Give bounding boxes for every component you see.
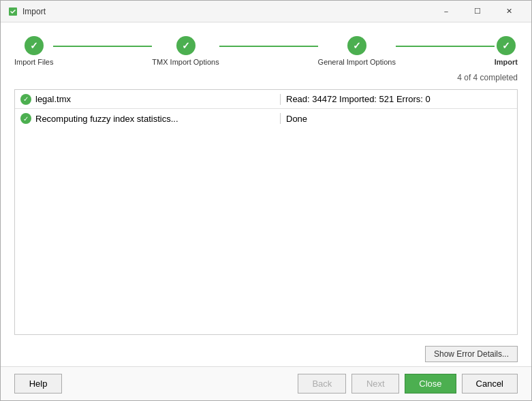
file-status-cell-2: Done (281, 114, 517, 124)
show-error-details-button[interactable]: Show Error Details... (425, 346, 518, 362)
success-icon-2: ✓ (20, 113, 31, 124)
window-icon (7, 6, 18, 17)
window-close-button[interactable]: ✕ (493, 1, 525, 22)
restore-button[interactable]: ☐ (462, 1, 493, 22)
import-window: Import − ☐ ✕ ✓ Import Files ✓ TMX Import… (0, 0, 532, 401)
cancel-button[interactable]: Cancel (462, 374, 518, 394)
connector-3-4 (396, 46, 495, 47)
help-button[interactable]: Help (14, 374, 62, 394)
step-3-label: General Import Options (318, 58, 396, 66)
step-4-label: Import (495, 58, 518, 66)
content-area: ✓ Import Files ✓ TMX Import Options ✓ Ge… (1, 22, 531, 366)
completion-text: 4 of 4 completed (457, 73, 518, 82)
next-button[interactable]: Next (351, 374, 399, 394)
step-4-circle: ✓ (497, 36, 516, 55)
file-name-2: Recomputing fuzzy index statistics... (35, 114, 178, 124)
title-bar: Import − ☐ ✕ (1, 1, 531, 22)
minimize-button[interactable]: − (431, 1, 462, 22)
connector-1-2 (53, 46, 152, 47)
window-controls: − ☐ ✕ (431, 1, 525, 22)
window-title: Import (22, 7, 431, 16)
error-details-row: Show Error Details... (14, 342, 518, 366)
step-1-circle: ✓ (25, 36, 44, 55)
file-status-2: Done (286, 114, 307, 124)
back-button[interactable]: Back (298, 374, 346, 394)
step-import: ✓ Import (495, 36, 518, 66)
file-status-1: Read: 34472 Imported: 521 Errors: 0 (286, 94, 431, 104)
step-2-circle: ✓ (176, 36, 195, 55)
success-icon-1: ✓ (20, 94, 31, 105)
step-import-files: ✓ Import Files (14, 36, 53, 66)
step-general-options: ✓ General Import Options (318, 36, 396, 66)
file-name-cell-2: ✓ Recomputing fuzzy index statistics... (15, 113, 281, 124)
close-button[interactable]: Close (405, 374, 456, 394)
table-row: ✓ Recomputing fuzzy index statistics... … (15, 109, 517, 128)
table-row: ✓ legal.tmx Read: 34472 Imported: 521 Er… (15, 90, 517, 109)
step-1-label: Import Files (14, 58, 53, 66)
completion-status: 4 of 4 completed (14, 73, 518, 82)
step-3-circle: ✓ (347, 36, 366, 55)
file-name-cell-1: ✓ legal.tmx (15, 94, 281, 105)
import-table: ✓ legal.tmx Read: 34472 Imported: 521 Er… (14, 89, 518, 335)
file-name-1: legal.tmx (35, 94, 71, 104)
step-2-label: TMX Import Options (152, 58, 219, 66)
wizard-steps: ✓ Import Files ✓ TMX Import Options ✓ Ge… (14, 36, 518, 66)
step-tmx-options: ✓ TMX Import Options (152, 36, 219, 66)
connector-2-3 (219, 46, 318, 47)
file-status-cell-1: Read: 34472 Imported: 521 Errors: 0 (281, 94, 517, 104)
footer: Help Back Next Close Cancel (1, 366, 531, 400)
